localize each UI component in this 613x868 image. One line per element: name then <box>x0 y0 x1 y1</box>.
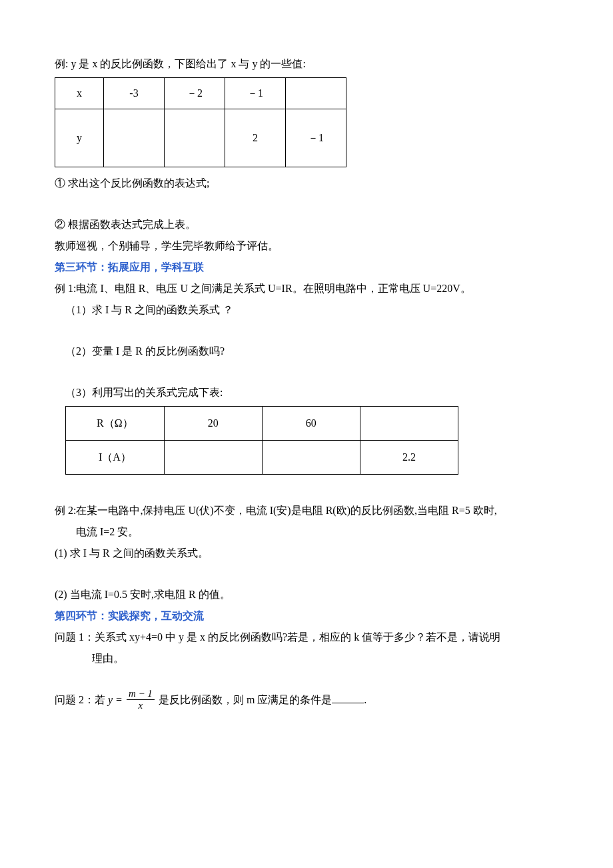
problem-1: 问题 1：关系式 xy+4=0 中 y 是 x 的反比例函数吗?若是，相应的 k… <box>55 627 558 648</box>
cell-y-label: y <box>55 109 104 167</box>
problem-2-mid: 是反比例函数，则 m 应满足的条件是 <box>159 694 332 705</box>
question-2: ② 根据函数表达式完成上表。 <box>55 214 558 235</box>
example-1-q2: （2）变量 I 是 R 的反比例函数吗? <box>55 341 558 362</box>
problem-2: 问题 2：若 y = m − 1 x 是反比例函数，则 m 应满足的条件是. <box>55 689 558 712</box>
example-2-intro: 例 2:在某一电路中,保持电压 U(伏)不变，电流 I(安)是电阻 R(欧)的反… <box>55 500 558 521</box>
example-1-q3: （3）利用写出的关系式完成下表: <box>55 382 558 403</box>
problem-1-cont: 理由。 <box>55 648 558 669</box>
cell: 2 <box>225 109 286 167</box>
cell-r-label: R（Ω） <box>66 407 165 441</box>
cell-i-label: I（A） <box>66 441 165 475</box>
table-row: R（Ω） 20 60 <box>66 407 458 441</box>
fraction: m − 1 x <box>127 688 155 711</box>
problem-2-prefix: 问题 2：若 <box>55 694 108 705</box>
cell <box>164 441 262 475</box>
cell <box>104 109 165 167</box>
cell-x-label: x <box>55 78 104 109</box>
teacher-note: 教师巡视，个别辅导，学生完毕教师给予评估。 <box>55 235 558 257</box>
example-1-q1: （1）求 I 与 R 之间的函数关系式 ？ <box>55 299 558 321</box>
table-row: y 2 －1 <box>55 109 346 167</box>
cell: 20 <box>164 407 262 441</box>
section-3-heading: 第三环节：拓展应用，学科互联 <box>55 257 558 278</box>
problem-2-suffix: . <box>364 694 366 705</box>
cell: -3 <box>104 78 165 109</box>
section-4-heading: 第四环节：实践探究，互动交流 <box>55 605 558 627</box>
cell: －1 <box>286 109 346 167</box>
cell <box>286 78 346 109</box>
fraction-denominator: x <box>127 700 155 711</box>
blank-underline <box>332 692 364 703</box>
cell: 2.2 <box>360 441 458 475</box>
cell: －2 <box>165 78 225 109</box>
cell: 60 <box>262 407 360 441</box>
cell <box>360 407 458 441</box>
example-2-q2: (2) 当电流 I=0.5 安时,求电阻 R 的值。 <box>55 584 558 605</box>
table-row: I（A） 2.2 <box>66 441 458 475</box>
cell: －1 <box>225 78 286 109</box>
cell <box>262 441 360 475</box>
table-ri: R（Ω） 20 60 I（A） 2.2 <box>65 406 458 475</box>
table-xy: x -3 －2 －1 y 2 －1 <box>55 77 346 167</box>
example-intro: 例: y 是 x 的反比例函数，下图给出了 x 与 y 的一些值: <box>55 53 558 75</box>
table-row: x -3 －2 －1 <box>55 78 346 109</box>
example-2-intro-cont: 电流 I=2 安。 <box>55 521 558 543</box>
cell <box>165 109 225 167</box>
example-1-intro: 例 1:电流 I、电阻 R、电压 U 之间满足关系式 U=IR。在照明电路中，正… <box>55 278 558 299</box>
question-1: ① 求出这个反比例函数的表达式; <box>55 173 558 194</box>
equation-y-equals: y = <box>108 694 123 705</box>
fraction-numerator: m − 1 <box>127 688 155 700</box>
example-2-q1: (1) 求 I 与 R 之间的函数关系式。 <box>55 543 558 564</box>
